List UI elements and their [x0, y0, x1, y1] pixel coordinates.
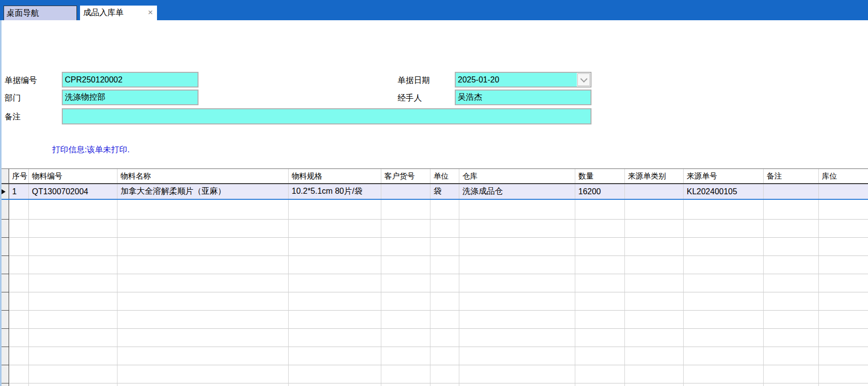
grid-cell[interactable]: [684, 274, 764, 292]
grid-cell[interactable]: [430, 292, 459, 311]
grid-cell[interactable]: [289, 311, 381, 329]
grid-cell[interactable]: [430, 365, 459, 383]
grid-cell[interactable]: [289, 365, 381, 383]
grid-cell[interactable]: [575, 220, 625, 238]
cell-material-spec[interactable]: 10.2*5.1cm 80片/袋: [289, 184, 381, 199]
tab-desktop-navigation[interactable]: 桌面导航: [4, 6, 77, 20]
grid-cell[interactable]: [430, 256, 459, 274]
grid-cell[interactable]: [459, 365, 575, 383]
grid-cell[interactable]: [381, 329, 430, 347]
handler-input[interactable]: [455, 90, 591, 105]
grid-cell[interactable]: [625, 292, 684, 311]
grid-cell[interactable]: [9, 238, 29, 256]
grid-cell[interactable]: [289, 329, 381, 347]
grid-cell[interactable]: [9, 347, 29, 365]
grid-cell[interactable]: [117, 238, 289, 256]
grid-cell[interactable]: [117, 347, 289, 365]
table-row[interactable]: [0, 200, 868, 220]
department-input[interactable]: [62, 90, 199, 105]
grid-cell[interactable]: [9, 311, 29, 329]
grid-cell[interactable]: [764, 329, 819, 347]
cell-source-doc-type[interactable]: [625, 184, 684, 199]
grid-cell[interactable]: [117, 365, 289, 383]
table-row[interactable]: [0, 311, 868, 329]
grid-cell[interactable]: [430, 329, 459, 347]
grid-cell[interactable]: [289, 292, 381, 311]
cell-quantity[interactable]: 16200: [575, 184, 625, 199]
grid-cell[interactable]: [9, 220, 29, 238]
grid-cell[interactable]: [430, 383, 459, 386]
remark-input[interactable]: [62, 108, 591, 124]
grid-cell[interactable]: [684, 383, 764, 386]
grid-cell[interactable]: [459, 292, 575, 311]
grid-cell[interactable]: [819, 347, 868, 365]
grid-cell[interactable]: [459, 238, 575, 256]
header-cell-material-code[interactable]: 物料编号: [29, 169, 117, 183]
grid-cell[interactable]: [9, 292, 29, 311]
grid-cell[interactable]: [819, 200, 868, 220]
grid-cell[interactable]: [819, 383, 868, 386]
grid-cell[interactable]: [9, 256, 29, 274]
grid-cell[interactable]: [459, 274, 575, 292]
grid-cell[interactable]: [625, 220, 684, 238]
grid-cell[interactable]: [381, 220, 430, 238]
grid-cell[interactable]: [764, 274, 819, 292]
grid-cell[interactable]: [381, 365, 430, 383]
grid-cell[interactable]: [430, 311, 459, 329]
cell-unit[interactable]: 袋: [430, 184, 459, 199]
grid-cell[interactable]: [117, 220, 289, 238]
grid-cell[interactable]: [117, 311, 289, 329]
grid-cell[interactable]: [459, 383, 575, 386]
grid-cell[interactable]: [117, 274, 289, 292]
header-cell-location[interactable]: 库位: [819, 169, 868, 183]
grid-cell[interactable]: [289, 383, 381, 386]
grid-cell[interactable]: [29, 200, 117, 220]
doc-date-combobox[interactable]: [455, 72, 591, 88]
grid-cell[interactable]: [764, 220, 819, 238]
grid-cell[interactable]: [764, 347, 819, 365]
grid-cell[interactable]: [29, 292, 117, 311]
grid-cell[interactable]: [764, 200, 819, 220]
grid-cell[interactable]: [764, 383, 819, 386]
cell-remark[interactable]: [764, 184, 819, 199]
grid-cell[interactable]: [381, 383, 430, 386]
grid-cell[interactable]: [575, 200, 625, 220]
grid-cell[interactable]: [819, 329, 868, 347]
grid-cell[interactable]: [684, 238, 764, 256]
grid-cell[interactable]: [459, 311, 575, 329]
grid-cell[interactable]: [117, 256, 289, 274]
cell-seq[interactable]: 1: [9, 184, 29, 199]
grid-cell[interactable]: [625, 200, 684, 220]
grid-cell[interactable]: [625, 311, 684, 329]
grid-cell[interactable]: [381, 256, 430, 274]
grid-cell[interactable]: [117, 383, 289, 386]
grid-cell[interactable]: [289, 256, 381, 274]
cell-material-name[interactable]: 加拿大全溶解柔顺片（亚麻）: [117, 184, 289, 199]
grid-cell[interactable]: [575, 347, 625, 365]
grid-cell[interactable]: [459, 256, 575, 274]
grid-cell[interactable]: [381, 292, 430, 311]
grid-cell[interactable]: [9, 383, 29, 386]
grid-cell[interactable]: [819, 274, 868, 292]
grid-cell[interactable]: [381, 200, 430, 220]
table-row[interactable]: [0, 292, 868, 311]
table-row[interactable]: [0, 220, 868, 238]
grid-cell[interactable]: [575, 238, 625, 256]
grid-cell[interactable]: [684, 347, 764, 365]
grid-cell[interactable]: [9, 200, 29, 220]
grid-cell[interactable]: [459, 329, 575, 347]
header-cell-source-doc-no[interactable]: 来源单号: [684, 169, 764, 183]
grid-cell[interactable]: [764, 256, 819, 274]
table-row[interactable]: [0, 256, 868, 274]
table-row[interactable]: [0, 383, 868, 386]
grid-cell[interactable]: [625, 383, 684, 386]
doc-date-input[interactable]: [456, 73, 577, 87]
grid-cell[interactable]: [289, 347, 381, 365]
table-row[interactable]: [0, 238, 868, 256]
grid-cell[interactable]: [459, 200, 575, 220]
grid-cell[interactable]: [29, 311, 117, 329]
grid-cell[interactable]: [575, 311, 625, 329]
grid-cell[interactable]: [29, 365, 117, 383]
grid-cell[interactable]: [819, 365, 868, 383]
grid-cell[interactable]: [459, 347, 575, 365]
